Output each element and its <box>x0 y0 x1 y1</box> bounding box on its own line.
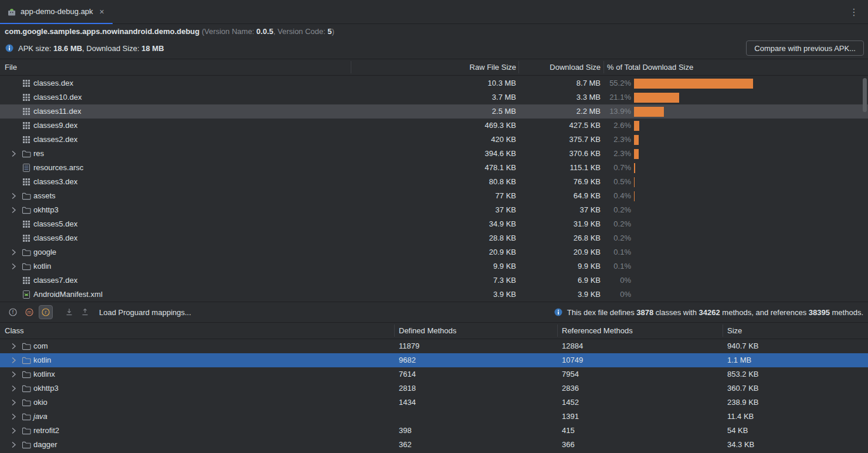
chevron-right-icon <box>9 426 18 435</box>
file-table-row[interactable]: classes.dex10.3 MB8.7 MB55.2% <box>0 76 868 90</box>
class-name: dagger <box>33 438 57 452</box>
class-table-row[interactable]: retrofit239841554 KB <box>0 424 868 438</box>
download-pct: 0.4% <box>601 189 631 203</box>
dex-file-icon <box>22 107 31 116</box>
class-name: retrofit2 <box>33 424 59 438</box>
column-header-download-size[interactable]: Download Size <box>520 59 601 75</box>
file-table-row[interactable]: classes7.dex7.3 KB6.9 KB0% <box>0 273 868 288</box>
file-table-row[interactable]: classes10.dex3.7 MB3.3 MB21.1% <box>0 90 868 104</box>
file-name: okhttp3 <box>33 203 59 217</box>
file-table-row[interactable]: res394.6 KB370.6 KB2.3% <box>0 147 868 161</box>
defined-methods-count: 1434 <box>399 395 416 410</box>
raw-file-size: 80.8 KB <box>352 175 516 189</box>
file-name: classes6.dex <box>33 231 77 245</box>
download-size: 370.6 KB <box>520 147 601 161</box>
class-table-row[interactable]: dagger36236634.3 KB <box>0 438 868 452</box>
file-table-row[interactable]: resources.arsc478.1 KB115.1 KB0.7% <box>0 161 868 175</box>
file-table-row[interactable]: okhttp337 KB37 KB0.2% <box>0 203 868 217</box>
folder-icon <box>22 426 31 435</box>
defined-methods-count: 11879 <box>399 339 419 353</box>
column-header-defined-methods[interactable]: Defined Methods <box>399 323 456 339</box>
file-table-row[interactable]: google20.9 KB20.9 KB0.1% <box>0 245 868 259</box>
stats-prefix: This dex file defines <box>567 308 637 317</box>
expand-all-button[interactable] <box>63 306 76 319</box>
show-methods-toggle[interactable]: m <box>22 305 36 319</box>
download-size: 115.1 KB <box>520 161 601 175</box>
class-table-row[interactable]: okio14341452238.9 KB <box>0 395 868 410</box>
class-name: okio <box>33 395 48 410</box>
download-pct: 0.2% <box>601 231 631 245</box>
referenced-methods-count: 2836 <box>562 381 579 395</box>
stats-suffix: methods. <box>830 308 863 317</box>
file-table-row[interactable]: classes3.dex80.8 KB76.9 KB0.5% <box>0 175 868 189</box>
show-fields-toggle[interactable]: f <box>6 305 20 319</box>
class-table-row[interactable]: okhttp328182836360.7 KB <box>0 381 868 395</box>
class-table-row[interactable]: kotlin9682107491.1 MB <box>0 353 868 367</box>
tab-close-icon[interactable]: × <box>100 7 104 16</box>
class-name: okhttp3 <box>33 381 59 395</box>
class-size: 54 KB <box>727 424 748 438</box>
file-table-row[interactable]: classes5.dex34.9 KB31.9 KB0.2% <box>0 217 868 231</box>
column-divider[interactable] <box>394 324 395 337</box>
defined-methods-count: 7614 <box>399 367 416 381</box>
column-header-raw-size[interactable]: Raw File Size <box>352 59 516 75</box>
folder-icon <box>22 384 31 393</box>
apk-analyzer-window: app-demo-debug.apk × ⋮ com.google.sample… <box>0 0 868 453</box>
file-name: classes10.dex <box>33 90 82 104</box>
column-header-pct[interactable]: % of Total Download Size <box>607 59 693 75</box>
column-divider[interactable] <box>603 61 604 73</box>
stats-references-count: 38395 <box>809 308 830 317</box>
file-table-row[interactable]: classes11.dex2.5 MB2.2 MB13.9% <box>0 104 868 119</box>
download-pct: 55.2% <box>601 76 631 90</box>
download-pct: 0.1% <box>601 245 631 259</box>
package-name: com.google.samples.apps.nowinandroid.dem… <box>5 27 199 36</box>
load-proguard-mappings-link[interactable]: Load Proguard mappings... <box>99 308 191 317</box>
column-divider[interactable] <box>351 61 351 73</box>
file-table-row[interactable]: assets77 KB64.9 KB0.4% <box>0 189 868 203</box>
file-table-row[interactable]: classes9.dex469.3 KB427.5 KB2.6% <box>0 119 868 133</box>
download-size: 427.5 KB <box>520 119 601 133</box>
folder-icon <box>22 342 31 351</box>
folder-icon <box>22 191 31 201</box>
column-divider[interactable] <box>518 61 519 73</box>
download-size: 31.9 KB <box>520 217 601 231</box>
class-table-row[interactable]: java139111.4 KB <box>0 410 868 424</box>
tab-apk-analyzer[interactable]: app-demo-debug.apk × <box>0 0 113 24</box>
dex-file-icon <box>22 234 31 243</box>
options-menu-icon[interactable]: ⋮ <box>849 6 859 18</box>
apk-size-line: APK size: 18.6 MB, Download Size: 18 MB <box>5 39 164 58</box>
file-table-row[interactable]: classes6.dex28.8 KB26.8 KB0.2% <box>0 231 868 245</box>
show-references-toggle[interactable]: r <box>39 305 53 319</box>
info-icon <box>554 307 563 317</box>
file-table-row[interactable]: classes2.dex420 KB375.7 KB2.3% <box>0 133 868 147</box>
download-size: 375.7 KB <box>520 133 601 147</box>
file-table-row[interactable]: AndroidManifest.xml3.9 KB3.9 KB0% <box>0 288 868 302</box>
download-pct: 2.3% <box>601 133 631 147</box>
referenced-methods-count: 7954 <box>562 367 579 381</box>
circled-r-icon: r <box>41 307 50 317</box>
class-table-row[interactable]: kotlinx76147954853.2 KB <box>0 367 868 381</box>
download-pct: 0% <box>601 273 631 288</box>
chevron-right-icon <box>9 149 18 158</box>
compare-apk-button[interactable]: Compare with previous APK... <box>746 40 864 56</box>
apk-size-label: APK size: <box>18 44 53 53</box>
raw-file-size: 37 KB <box>352 203 516 217</box>
column-divider[interactable] <box>557 324 558 337</box>
collapse-all-button[interactable] <box>79 306 91 319</box>
file-table-header: File Raw File Size Download Size % of To… <box>0 59 868 76</box>
column-divider[interactable] <box>723 324 723 337</box>
class-size: 238.9 KB <box>727 395 759 410</box>
folder-icon <box>22 370 31 379</box>
raw-file-size: 3.9 KB <box>352 288 516 302</box>
referenced-methods-count: 1391 <box>562 410 579 424</box>
column-header-size[interactable]: Size <box>727 323 742 339</box>
column-header-file[interactable]: File <box>5 59 17 75</box>
download-pct: 13.9% <box>601 104 631 119</box>
file-table-row[interactable]: kotlin9.9 KB9.9 KB0.1% <box>0 259 868 273</box>
class-table-row[interactable]: com1187912884940.7 KB <box>0 339 868 353</box>
vertical-scrollbar-thumb[interactable] <box>863 78 867 112</box>
download-pct-bar <box>634 191 635 201</box>
column-header-referenced-methods[interactable]: Referenced Methods <box>562 323 633 339</box>
manifest-file-icon <box>22 290 31 299</box>
column-header-class[interactable]: Class <box>5 323 24 339</box>
